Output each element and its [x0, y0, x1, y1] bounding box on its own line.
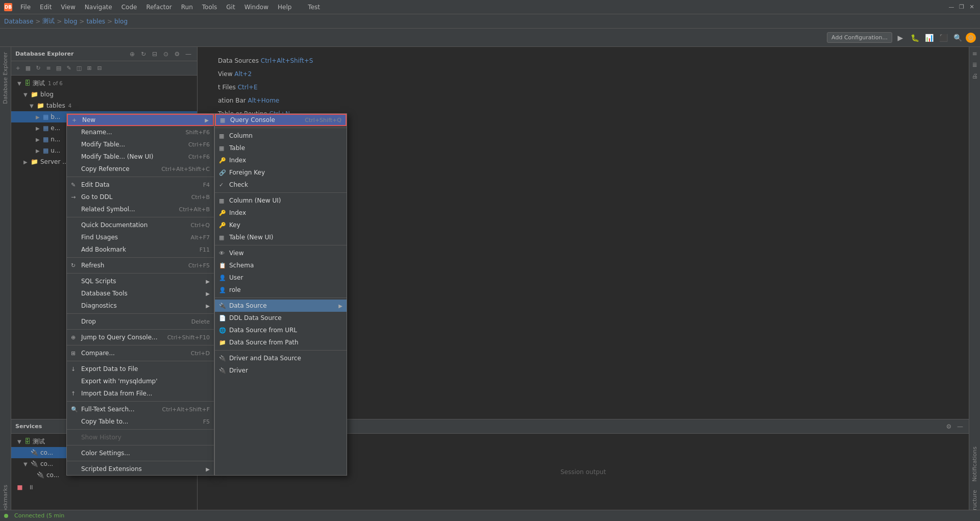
minimize-button[interactable]: — [947, 3, 955, 11]
breadcrumb-blog[interactable]: blog [64, 18, 77, 25]
db-filter-btn[interactable]: ⊟ [95, 64, 104, 73]
breadcrumb-tables[interactable]: tables [86, 18, 105, 25]
ctx-ddl-ds-label: DDL Data Source [229, 314, 342, 321]
ctx-index[interactable]: 🔑 Index [215, 154, 347, 166]
ctx-foreign-key[interactable]: 🔗 Foreign Key [215, 166, 347, 179]
ctx-refresh[interactable]: ↻ Refresh Ctrl+F5 [67, 259, 214, 271]
refresh-icon[interactable]: ↻ [139, 49, 148, 59]
coverage-button[interactable]: 📊 [923, 32, 935, 44]
ctx-data-source[interactable]: 🔌 Data Source ▶ [215, 300, 347, 312]
ctx-user[interactable]: 👤 User [215, 271, 347, 284]
db-schema-btn[interactable]: ≡ [44, 64, 53, 73]
ctx-ds-url[interactable]: 🌐 Data Source from URL [215, 324, 347, 336]
breadcrumb-ceshi[interactable]: 测试 [42, 17, 55, 26]
session-gear-btn[interactable]: ⚙ [944, 422, 953, 431]
ctx-show-history[interactable]: Show History [67, 431, 214, 443]
ctx-import[interactable]: ↑ Import Data from File... [67, 387, 214, 400]
ctx-export-dump[interactable]: Export with 'mysqldump' [67, 375, 214, 387]
menu-navigate[interactable]: Navigate [81, 3, 116, 12]
menu-file[interactable]: File [16, 3, 35, 12]
add-config-button[interactable]: Add Configuration... [827, 32, 892, 43]
tree-blog[interactable]: ▼ 📁 blog [11, 89, 197, 100]
ctx-drop[interactable]: Drop Delete [67, 315, 214, 328]
ctx-edit-data[interactable]: ✎ Edit Data F4 [67, 179, 214, 191]
ctx-copy-ref[interactable]: Copy Reference Ctrl+Alt+Shift+C [67, 163, 214, 175]
menu-edit[interactable]: Edit [36, 3, 56, 12]
db-explorer-tab[interactable]: Database Explorer [1, 49, 10, 107]
ctx-rename[interactable]: Rename... Shift+F6 [67, 126, 214, 138]
breadcrumb-blog-table[interactable]: blog [114, 18, 128, 25]
settings-button[interactable]: ⚙ [966, 33, 976, 43]
right-panel-2[interactable]: ≣ [970, 60, 979, 69]
db-add-btn[interactable]: + [13, 64, 22, 73]
ctx-modify-table-new[interactable]: Modify Table... (New UI) Ctrl+F6 [67, 151, 214, 163]
menu-help[interactable]: Help [274, 3, 296, 12]
db-edit-btn[interactable]: ✎ [64, 64, 74, 73]
ctx-table-newui[interactable]: ▦ Table (New UI) [215, 231, 347, 243]
ctx-ddl-ds[interactable]: 📄 DDL Data Source [215, 312, 347, 324]
ctx-color-settings[interactable]: Color Settings... [67, 447, 214, 459]
db-layout-btn[interactable]: ◫ [75, 64, 84, 73]
tree-tables[interactable]: ▼ 📁 tables 4 [11, 100, 197, 111]
ctx-db-tools[interactable]: Database Tools ▶ [67, 287, 214, 300]
menu-git[interactable]: Git [222, 3, 239, 12]
menu-refactor[interactable]: Refactor [142, 3, 176, 12]
db-table2-btn[interactable]: ▤ [54, 64, 63, 73]
right-panel-1[interactable]: ≡ [970, 49, 979, 58]
ctx-copy-table[interactable]: Copy Table to... F5 [67, 415, 214, 428]
ctx-view[interactable]: 👁 View [215, 247, 347, 259]
settings-icon[interactable]: ⚙ [173, 49, 182, 59]
maximize-button[interactable]: ❐ [958, 3, 966, 11]
ctx-query-console[interactable]: ▦ Query Console Ctrl+Shift+Q [215, 114, 347, 126]
ctx-new[interactable]: + New ▶ [67, 114, 214, 126]
ctx-scripted-ext[interactable]: Scripted Extensions ▶ [67, 463, 214, 475]
ctx-driver-ds[interactable]: 🔌 Driver and Data Source [215, 352, 347, 364]
menu-code[interactable]: Code [117, 3, 141, 12]
db-image-btn[interactable]: ⊞ [85, 64, 94, 73]
ctx-goto-ddl[interactable]: → Go to DDL Ctrl+B [67, 191, 214, 203]
collapse-icon[interactable]: ⊙ [161, 49, 170, 59]
add-icon[interactable]: ⊕ [128, 49, 137, 59]
ctx-table[interactable]: ▦ Table [215, 142, 347, 154]
ctx-quick-doc[interactable]: Quick Documentation Ctrl+Q [67, 219, 214, 231]
tree-ceshi[interactable]: ▼ 🗄 测试 1 of 6 [11, 78, 197, 89]
notifications-tab[interactable]: Notifications [970, 443, 979, 485]
filter-icon[interactable]: ⊟ [150, 49, 159, 59]
right-panel-3[interactable]: 🖨 [970, 71, 979, 81]
db-table-btn[interactable]: ▦ [23, 64, 33, 73]
ctx-modify-table[interactable]: Modify Table... Ctrl+F6 [67, 138, 214, 151]
ctx-jump-console[interactable]: ⊕ Jump to Query Console... Ctrl+Shift+F1… [67, 331, 214, 343]
menu-tools[interactable]: Tools [198, 3, 222, 12]
ctx-check[interactable]: ✓ Check [215, 179, 347, 191]
debug-button[interactable]: 🐛 [909, 32, 921, 44]
ctx-diagnostics[interactable]: Diagnostics ▶ [67, 300, 214, 312]
menu-view[interactable]: View [57, 3, 79, 12]
session-close-btn[interactable]: — [955, 422, 965, 431]
ctx-export-file[interactable]: ↓ Export Data to File [67, 363, 214, 375]
breadcrumb-database[interactable]: Database [4, 18, 33, 25]
db-refresh-btn[interactable]: ↻ [34, 64, 43, 73]
ctx-related[interactable]: Related Symbol... Ctrl+Alt+B [67, 203, 214, 215]
ctx-index2[interactable]: 🔑 Index [215, 207, 347, 219]
ctx-driver[interactable]: 🔌 Driver [215, 364, 347, 377]
search-button[interactable]: 🔍 [951, 32, 964, 44]
ctx-compare[interactable]: ⊞ Compare... Ctrl+D [67, 347, 214, 359]
svc-pause-btn[interactable]: ⏸ [27, 483, 36, 492]
ctx-sql-scripts[interactable]: SQL Scripts ▶ [67, 275, 214, 287]
ctx-role[interactable]: 👤 role [215, 284, 347, 296]
ctx-key[interactable]: 🔑 Key [215, 219, 347, 231]
menu-run[interactable]: Run [177, 3, 197, 12]
ctx-schema[interactable]: 📋 Schema [215, 259, 347, 271]
ctx-fulltext[interactable]: 🔍 Full-Text Search... Ctrl+Alt+Shift+F [67, 403, 214, 415]
ctx-column-newui[interactable]: ▦ Column (New UI) [215, 194, 347, 207]
ctx-find-usages[interactable]: Find Usages Alt+F7 [67, 231, 214, 243]
close-button[interactable]: ✕ [968, 3, 976, 11]
close-panel-icon[interactable]: — [184, 49, 193, 59]
svc-stop-btn[interactable]: ■ [15, 483, 24, 492]
ctx-bookmark[interactable]: Add Bookmark F11 [67, 243, 214, 256]
menu-window[interactable]: Window [240, 3, 273, 12]
ctx-column[interactable]: ▦ Column [215, 130, 347, 142]
run-button[interactable]: ▶ [894, 32, 906, 44]
ctx-ds-path[interactable]: 📁 Data Source from Path [215, 336, 347, 349]
stop-button[interactable]: ⬛ [937, 32, 949, 44]
